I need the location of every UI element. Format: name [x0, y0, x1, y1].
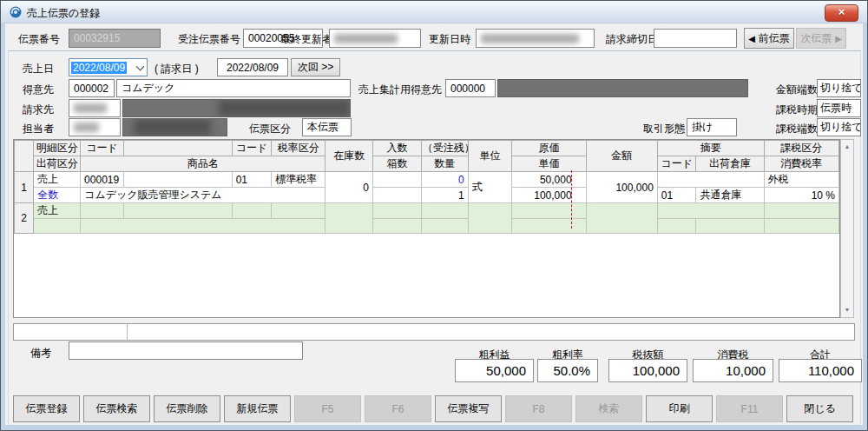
- cell-quantity[interactable]: 1: [421, 188, 468, 203]
- cell-tax-rate-class[interactable]: [272, 203, 326, 219]
- grid-row-1a: 1 売上 000019 01 標準税率 0 0 式 50,000 100,000…: [15, 172, 839, 188]
- billing-date-field[interactable]: 2022/08/09: [217, 58, 288, 76]
- cell-product-name[interactable]: [81, 219, 326, 234]
- remarks-field[interactable]: [69, 341, 303, 360]
- cell-box-count[interactable]: [373, 219, 422, 234]
- grid-row-1b: 全数 コムデック販売管理システム 1 100,000 01 共通倉庫 10 %: [15, 188, 839, 203]
- tax-timing-field[interactable]: 伝票時: [817, 99, 861, 117]
- next-time-button[interactable]: 次回 >>: [291, 58, 340, 76]
- cell-ship-class[interactable]: 全数: [34, 188, 81, 203]
- customer-name-field[interactable]: コムデック: [116, 79, 351, 97]
- cell-code[interactable]: [81, 203, 124, 219]
- cell-amount[interactable]: [586, 203, 657, 234]
- col-box-count: 箱数: [373, 156, 422, 172]
- cell-code2[interactable]: 01: [232, 172, 272, 188]
- col-code2: コード: [232, 141, 272, 156]
- title-bar: 売上伝票の登録 ×: [1, 1, 867, 23]
- cell-warehouse[interactable]: 共通倉庫: [696, 188, 764, 203]
- col-product-name: 商品名: [81, 156, 326, 172]
- staff-name-field[interactable]: [122, 118, 227, 136]
- cell-summary-code[interactable]: [657, 219, 696, 234]
- cell-units-per-box[interactable]: [373, 203, 422, 219]
- col-tax-rate-class: 税率区分: [272, 141, 326, 156]
- cell-ship-class[interactable]: [34, 219, 81, 234]
- close-window-button[interactable]: 閉じる: [786, 395, 853, 422]
- cell-detail-class[interactable]: 売上: [34, 203, 81, 219]
- billing-to-code-field[interactable]: [69, 99, 121, 117]
- cell-tax-class[interactable]: 外税: [764, 172, 838, 188]
- slip-class-field[interactable]: 本伝票: [302, 118, 352, 136]
- register-slip-button[interactable]: 伝票登録: [13, 395, 80, 422]
- customer-code-field[interactable]: 000002: [69, 79, 115, 97]
- cell-order-backlog[interactable]: [421, 203, 468, 219]
- col-warehouse: 出荷倉庫: [696, 156, 764, 172]
- right-arrow-icon: ▶: [835, 34, 842, 43]
- grid-header-row-2: 出荷区分 商品名 箱数 数量 単価 コード 出荷倉庫 消費税率: [15, 156, 839, 172]
- col-detail-class: 明細区分: [34, 141, 81, 156]
- cell-tax-class[interactable]: [764, 203, 838, 219]
- cell-cost[interactable]: [512, 203, 586, 219]
- print-button[interactable]: 印刷: [646, 395, 713, 422]
- cell-order-backlog[interactable]: 0: [421, 172, 468, 188]
- cell-summary[interactable]: [657, 172, 764, 188]
- cell-stock-qty[interactable]: [326, 203, 373, 234]
- prev-slip-button[interactable]: ◀ 前伝票: [744, 28, 794, 49]
- staff-code-field[interactable]: [69, 118, 121, 136]
- new-slip-button[interactable]: 新規伝票: [224, 395, 291, 422]
- cell-code2[interactable]: [232, 203, 272, 219]
- cell-summary[interactable]: [657, 203, 764, 219]
- cell-code[interactable]: 000019: [81, 172, 124, 188]
- cell-amount[interactable]: 100,000: [586, 172, 657, 203]
- scroll-down-icon[interactable]: ▼: [841, 304, 853, 316]
- cell-quantity[interactable]: [421, 219, 468, 234]
- billing-to-name-field[interactable]: [122, 99, 351, 117]
- amount-rounding-field[interactable]: 切り捨て: [817, 79, 861, 97]
- cell-detail-class[interactable]: 売上: [34, 172, 81, 188]
- last-updater-label: 最終更新者: [280, 33, 332, 45]
- scroll-up-icon[interactable]: ▲: [841, 141, 853, 153]
- row-number[interactable]: 2: [15, 203, 34, 234]
- last-updater-field: [329, 29, 421, 48]
- cell-blank[interactable]: [123, 172, 232, 188]
- staff-label: 担当者: [23, 123, 54, 135]
- delete-slip-button[interactable]: 伝票削除: [154, 395, 220, 422]
- cell-unit-price[interactable]: 100,000: [512, 188, 586, 203]
- search-slip-button[interactable]: 伝票検索: [83, 395, 150, 422]
- cell-unit[interactable]: [468, 203, 512, 234]
- slip-no-label: 伝票番号: [18, 33, 60, 45]
- row-number[interactable]: 1: [15, 172, 34, 203]
- cell-units-per-box[interactable]: [373, 172, 422, 188]
- redacted-text: [74, 103, 107, 113]
- cell-tax-rate-class[interactable]: 標準税率: [272, 172, 326, 188]
- tax-rounding-label: 課税端数: [776, 123, 818, 135]
- tax-rounding-field[interactable]: 切り捨て: [817, 118, 861, 136]
- sales-date-combobox[interactable]: 2022/08/09: [69, 58, 148, 76]
- redacted-text: [74, 123, 99, 132]
- billing-deadline-field[interactable]: [654, 29, 737, 48]
- cell-box-count[interactable]: [373, 188, 422, 203]
- cell-warehouse[interactable]: [696, 219, 764, 234]
- close-button[interactable]: ×: [825, 4, 858, 22]
- agg-customer-name-field[interactable]: [497, 79, 748, 97]
- cell-blank[interactable]: [123, 203, 232, 219]
- cell-stock-qty[interactable]: 0: [326, 172, 373, 203]
- cell-tax-rate[interactable]: [764, 219, 838, 234]
- col-tax-rate: 消費税率: [764, 156, 838, 172]
- col-tax-class: 課税区分: [764, 141, 838, 156]
- next-slip-button: 次伝票 ▶: [796, 28, 846, 49]
- agg-customer-label: 売上集計用得意先: [358, 83, 442, 96]
- cell-product-name[interactable]: コムデック販売管理システム: [81, 188, 326, 203]
- slip-no-field: 00032915: [69, 29, 161, 48]
- grid-vertical-scrollbar[interactable]: ▲ ▼: [840, 139, 854, 318]
- cell-unit[interactable]: 式: [468, 172, 512, 203]
- transaction-type-field[interactable]: 掛け: [687, 118, 737, 136]
- cell-tax-rate[interactable]: 10 %: [764, 188, 838, 203]
- cell-unit-price[interactable]: [512, 219, 586, 234]
- cell-cost[interactable]: 50,000: [512, 172, 586, 188]
- copy-slip-button[interactable]: 伝票複写: [435, 395, 502, 422]
- cell-summary-code[interactable]: 01: [657, 188, 696, 203]
- grid-row-2b: [15, 219, 839, 234]
- chevron-down-icon[interactable]: [134, 59, 147, 76]
- agg-customer-code-field[interactable]: 000000: [445, 79, 496, 97]
- billing-to-label: 請求先: [23, 103, 54, 116]
